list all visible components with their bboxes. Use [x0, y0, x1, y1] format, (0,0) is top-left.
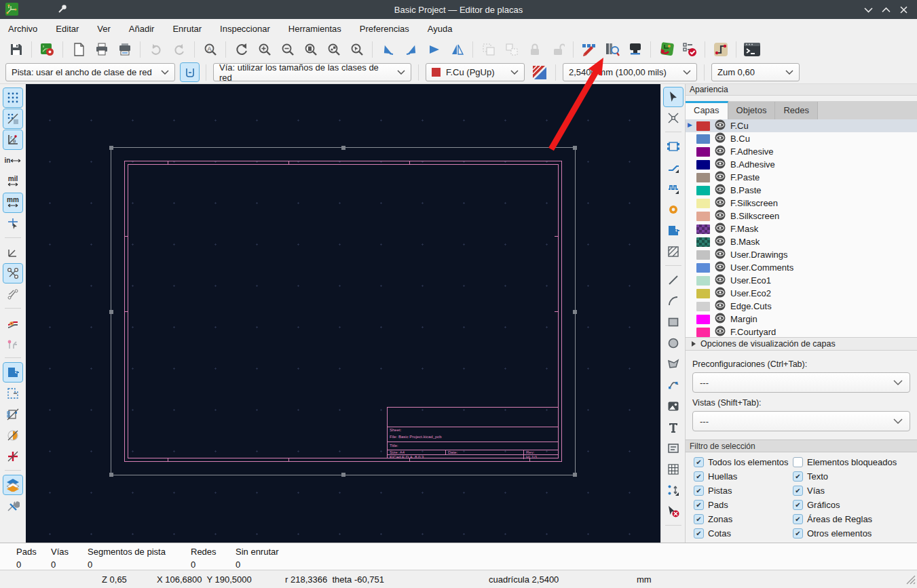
layer-color-swatch[interactable] — [696, 289, 710, 298]
checkbox[interactable] — [694, 500, 704, 510]
redo-button[interactable] — [170, 41, 188, 59]
draw-rectangle-button[interactable] — [664, 313, 683, 332]
filter-vias[interactable]: Vías — [793, 486, 825, 496]
menu-herramientas[interactable]: Herramientas — [288, 24, 341, 34]
menu-archivo[interactable]: Archivo — [8, 24, 37, 34]
zoom-selection-button[interactable] — [348, 41, 366, 59]
menu-ver[interactable]: Ver — [97, 24, 111, 34]
close-button[interactable] — [897, 3, 910, 16]
menu-inspeccionar[interactable]: Inspeccionar — [220, 24, 270, 34]
checkbox[interactable] — [694, 457, 704, 467]
zoom-select[interactable]: Zum 0,60 — [711, 63, 800, 81]
menu-ayuda[interactable]: Ayuda — [428, 24, 453, 34]
units-mm-button[interactable]: mm — [3, 193, 22, 212]
polar-coordinates-button[interactable]: rθ — [3, 130, 22, 149]
sketch-pads-button[interactable] — [3, 426, 22, 445]
tab-redes[interactable]: Redes — [775, 102, 818, 119]
layer-row-fadhesive[interactable]: F.Adhesive — [686, 145, 917, 158]
refresh-view-button[interactable] — [232, 41, 250, 59]
layer-visibility-eye-icon[interactable] — [715, 158, 726, 171]
filter-pads[interactable]: Pads — [694, 500, 728, 510]
layer-color-swatch[interactable] — [696, 160, 710, 170]
filter-otros[interactable]: Otros elementos — [793, 528, 872, 538]
zone-outline-mode-button[interactable] — [3, 384, 22, 403]
find-button[interactable]: A — [201, 41, 219, 59]
layer-color-swatch[interactable] — [696, 315, 710, 324]
draw-line-button[interactable] — [664, 271, 683, 290]
menu-anadir[interactable]: Añadir — [129, 24, 155, 34]
zoom-in-button[interactable] — [255, 41, 274, 59]
layer-visibility-eye-icon[interactable] — [715, 313, 726, 326]
pcb-canvas[interactable]: Sheet: File: Basic Project.kicad_pcb Tit… — [26, 84, 660, 543]
layer-row-usereco2[interactable]: User.Eco2 — [686, 287, 917, 300]
layer-row-usercomments[interactable]: User.Comments — [686, 261, 917, 274]
layer-visibility-eye-icon[interactable] — [715, 171, 726, 184]
layer-color-swatch[interactable] — [696, 199, 710, 208]
layer-row-bsilkscreen[interactable]: B.Silkscreen — [686, 210, 917, 222]
layer-color-swatch[interactable] — [696, 250, 710, 260]
schematic-editor-button[interactable] — [711, 41, 730, 59]
plot-button[interactable] — [115, 41, 134, 59]
layer-row-margin[interactable]: Margin — [686, 313, 917, 326]
minimize-button[interactable] — [861, 3, 875, 16]
auto-track-width-toggle[interactable] — [181, 63, 199, 81]
layer-visibility-eye-icon[interactable] — [715, 119, 726, 132]
layer-color-swatch[interactable] — [696, 147, 710, 157]
add-rule-area-button[interactable] — [664, 242, 683, 261]
filter-cotas[interactable]: Cotas — [694, 528, 731, 538]
checkbox[interactable] — [694, 486, 704, 496]
menu-enrutar[interactable]: Enrutar — [172, 24, 202, 34]
layer-list[interactable]: F.Cu B.Cu F.Adhesive B.Adhesive F.Paste … — [686, 119, 917, 337]
layer-visibility-eye-icon[interactable] — [715, 222, 726, 235]
group-button[interactable] — [479, 41, 498, 59]
filter-bloqueados[interactable]: Elementos bloqueados — [793, 457, 897, 467]
layer-color-swatch[interactable] — [696, 173, 710, 182]
layer-color-swatch[interactable] — [696, 212, 710, 221]
layer-visibility-eye-icon[interactable] — [715, 184, 726, 197]
layer-visibility-eye-icon[interactable] — [715, 132, 726, 145]
layer-row-bcu[interactable]: B.Cu — [686, 132, 917, 145]
layer-visibility-eye-icon[interactable] — [715, 274, 726, 287]
layer-visibility-eye-icon[interactable] — [715, 300, 726, 313]
draw-arc-button[interactable] — [664, 292, 683, 311]
lock-button[interactable] — [525, 41, 544, 59]
scripting-console-button[interactable] — [743, 41, 761, 59]
menu-editar[interactable]: Editar — [56, 24, 79, 34]
checkbox[interactable] — [793, 486, 803, 496]
sketch-vias-button[interactable] — [3, 447, 22, 466]
filter-huellas[interactable]: Huellas — [694, 471, 737, 482]
footprint-editor-button[interactable] — [580, 41, 598, 59]
layer-row-userdrawings[interactable]: User.Drawings — [686, 248, 917, 261]
layer-color-swatch[interactable] — [696, 276, 710, 286]
add-zone-button[interactable] — [664, 221, 683, 240]
add-via-button[interactable] — [664, 200, 683, 219]
draw-bezier-button[interactable] — [664, 376, 683, 395]
layer-row-bpaste[interactable]: B.Paste — [686, 184, 917, 197]
rotate-cw-button[interactable] — [402, 41, 420, 59]
checkbox[interactable] — [694, 528, 704, 538]
ungroup-button[interactable] — [502, 41, 521, 59]
3d-viewer-button[interactable] — [626, 41, 644, 59]
layer-row-fmask[interactable]: F.Mask — [686, 222, 917, 235]
net-highlight-button[interactable] — [3, 313, 22, 332]
layers-manager-button[interactable] — [3, 475, 22, 494]
zoom-out-button[interactable] — [278, 41, 297, 59]
layer-visibility-eye-icon[interactable] — [715, 326, 726, 337]
ratsnest-mode-button[interactable] — [3, 243, 22, 262]
layer-color-swatch[interactable] — [696, 237, 710, 247]
layer-visibility-eye-icon[interactable] — [715, 248, 726, 261]
layer-visibility-eye-icon[interactable] — [715, 287, 726, 300]
layer-row-badhesive[interactable]: B.Adhesive — [686, 158, 917, 171]
checkbox[interactable] — [694, 514, 704, 524]
local-ratsnest-button[interactable] — [664, 109, 683, 128]
properties-panel-button[interactable] — [3, 496, 22, 515]
tab-capas[interactable]: Capas — [686, 101, 728, 119]
save-button[interactable] — [7, 41, 25, 59]
layer-display-options[interactable]: Opciones de visualización de capas — [686, 337, 917, 351]
add-textbox-button[interactable] — [664, 439, 683, 458]
layer-row-bmask[interactable]: B.Mask — [686, 235, 917, 248]
layer-color-swatch[interactable] — [696, 186, 710, 195]
checkbox[interactable] — [694, 471, 704, 482]
layer-visibility-eye-icon[interactable] — [715, 235, 726, 248]
layer-visibility-eye-icon[interactable] — [715, 145, 726, 158]
